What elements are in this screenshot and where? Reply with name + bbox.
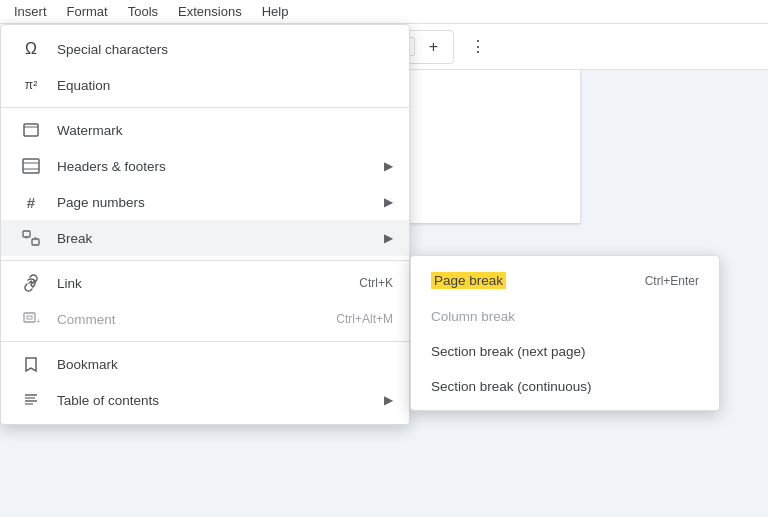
page-numbers-icon: # <box>17 192 45 212</box>
break-submenu: Page break Ctrl+Enter Column break Secti… <box>410 255 720 411</box>
divider-1 <box>1 107 409 108</box>
submenu-item-page-break[interactable]: Page break Ctrl+Enter <box>411 262 719 299</box>
menu-item-link[interactable]: Link Ctrl+K <box>1 265 409 301</box>
menu-extensions[interactable]: Extensions <box>168 2 252 21</box>
equation-label: Equation <box>57 78 393 93</box>
watermark-icon <box>17 120 45 140</box>
headers-footers-icon <box>17 156 45 176</box>
submenu-item-column-break: Column break <box>411 299 719 334</box>
menu-format[interactable]: Format <box>57 2 118 21</box>
link-label: Link <box>57 276 339 291</box>
link-icon <box>17 273 45 293</box>
break-label: Break <box>57 231 384 246</box>
menu-bar: Insert Format Tools Extensions Help <box>0 0 768 24</box>
submenu-item-section-break-cont[interactable]: Section break (continuous) <box>411 369 719 404</box>
menu-item-bookmark[interactable]: Bookmark <box>1 346 409 382</box>
toolbar-more-options[interactable]: ⋮ <box>464 33 492 61</box>
divider-3 <box>1 341 409 342</box>
svg-rect-8 <box>32 239 39 245</box>
menu-item-comment: + Comment Ctrl+Alt+M <box>1 301 409 337</box>
comment-label: Comment <box>57 312 316 327</box>
break-arrow: ▶ <box>384 231 393 245</box>
svg-rect-11 <box>24 313 35 322</box>
comment-shortcut: Ctrl+Alt+M <box>336 312 393 326</box>
bookmark-icon <box>17 354 45 374</box>
menu-item-page-numbers[interactable]: # Page numbers ▶ <box>1 184 409 220</box>
comment-icon: + <box>17 309 45 329</box>
headers-footers-arrow: ▶ <box>384 159 393 173</box>
svg-rect-2 <box>24 124 38 136</box>
menu-item-equation[interactable]: π² Equation <box>1 67 409 103</box>
menu-item-break[interactable]: Break ▶ <box>1 220 409 256</box>
menu-insert[interactable]: Insert <box>4 2 57 21</box>
watermark-label: Watermark <box>57 123 393 138</box>
menu-item-special-characters[interactable]: Ω Special characters <box>1 31 409 67</box>
svg-rect-4 <box>23 159 39 173</box>
menu-item-watermark[interactable]: Watermark <box>1 112 409 148</box>
column-break-label: Column break <box>431 309 515 324</box>
submenu-item-section-break-next[interactable]: Section break (next page) <box>411 334 719 369</box>
toc-label: Table of contents <box>57 393 384 408</box>
font-size-increase[interactable]: + <box>419 33 447 61</box>
menu-tools[interactable]: Tools <box>118 2 168 21</box>
special-chars-icon: Ω <box>17 39 45 59</box>
link-shortcut: Ctrl+K <box>359 276 393 290</box>
svg-text:+: + <box>36 317 40 326</box>
bookmark-label: Bookmark <box>57 357 393 372</box>
menu-item-table-of-contents[interactable]: Table of contents ▶ <box>1 382 409 418</box>
menu-help[interactable]: Help <box>252 2 299 21</box>
divider-2 <box>1 260 409 261</box>
page-break-shortcut: Ctrl+Enter <box>645 274 699 288</box>
break-icon <box>17 228 45 248</box>
headers-footers-label: Headers & footers <box>57 159 384 174</box>
svg-rect-12 <box>27 316 32 319</box>
page-numbers-label: Page numbers <box>57 195 384 210</box>
svg-rect-7 <box>23 231 30 237</box>
menu-item-headers-footers[interactable]: Headers & footers ▶ <box>1 148 409 184</box>
special-characters-label: Special characters <box>57 42 393 57</box>
toc-icon <box>17 390 45 410</box>
insert-menu: Ω Special characters π² Equation Waterma… <box>0 24 410 425</box>
equation-icon: π² <box>17 75 45 95</box>
toc-arrow: ▶ <box>384 393 393 407</box>
section-break-next-label: Section break (next page) <box>431 344 586 359</box>
section-break-cont-label: Section break (continuous) <box>431 379 592 394</box>
page-break-label: Page break <box>431 272 506 289</box>
page-numbers-arrow: ▶ <box>384 195 393 209</box>
